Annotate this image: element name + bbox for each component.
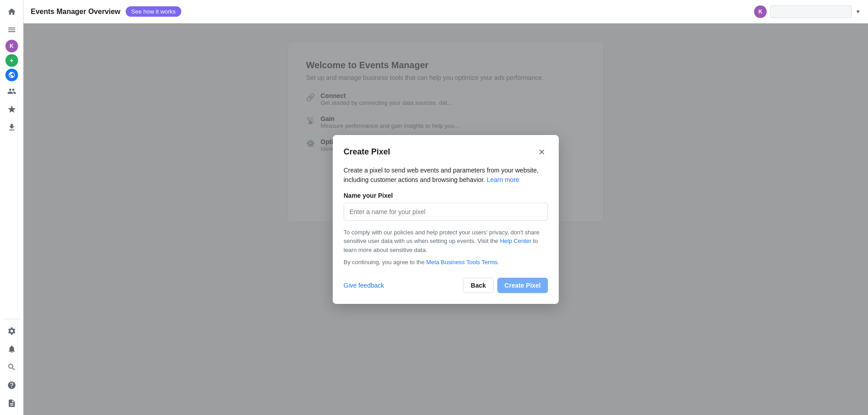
modal-actions: Back Create Pixel	[463, 278, 548, 293]
sidebar-item-menu[interactable]	[4, 22, 20, 38]
topbar-avatar[interactable]: K	[754, 5, 767, 18]
sidebar-item-home[interactable]	[4, 4, 20, 20]
learn-more-link[interactable]: Learn more	[487, 176, 519, 183]
page-title: Events Manager Overview	[31, 8, 120, 16]
sidebar-add-button[interactable]: +	[5, 54, 18, 67]
sidebar-item-download[interactable]	[4, 119, 20, 135]
give-feedback-link[interactable]: Give feedback	[344, 282, 384, 289]
back-button[interactable]: Back	[463, 278, 493, 293]
sidebar-item-people[interactable]	[4, 83, 20, 99]
sidebar-item-star[interactable]	[4, 101, 20, 117]
topbar: Events Manager Overview See how it works…	[24, 0, 868, 23]
modal-agree-text: By continuing, you agree to the Meta Bus…	[344, 258, 548, 267]
sidebar-item-help[interactable]	[4, 377, 20, 393]
modal-close-button[interactable]: ✕	[535, 146, 548, 159]
modal-title: Create Pixel	[344, 147, 390, 157]
sidebar-globe[interactable]	[5, 69, 18, 81]
modal-description: Create a pixel to send web events and pa…	[344, 166, 548, 185]
sidebar-item-settings[interactable]	[4, 323, 20, 339]
sidebar-item-search[interactable]	[4, 359, 20, 375]
sidebar-item-document[interactable]	[4, 395, 20, 411]
help-center-link[interactable]: Help Center	[500, 238, 531, 244]
see-how-it-works-button[interactable]: See how it works	[126, 6, 181, 17]
modal-policy-text: To comply with our policies and help pro…	[344, 228, 548, 255]
sidebar: K +	[0, 0, 24, 415]
modal-footer: Give feedback Back Create Pixel	[344, 278, 548, 293]
pixel-name-input[interactable]	[344, 203, 548, 221]
sidebar-bottom	[4, 317, 20, 411]
modal-overlay: Create Pixel ✕ Create a pixel to send we…	[24, 23, 868, 415]
topbar-chevron-icon[interactable]: ▼	[855, 9, 861, 15]
topbar-search-input[interactable]	[770, 5, 852, 18]
create-pixel-button[interactable]: Create Pixel	[497, 278, 548, 293]
sidebar-item-notifications[interactable]	[4, 341, 20, 357]
main-area: Events Manager Overview See how it works…	[24, 0, 868, 415]
create-pixel-modal: Create Pixel ✕ Create a pixel to send we…	[333, 135, 559, 304]
topbar-right: K ▼	[754, 5, 861, 18]
modal-header: Create Pixel ✕	[344, 146, 548, 159]
sidebar-avatar[interactable]: K	[5, 40, 18, 52]
sidebar-divider	[4, 319, 20, 319]
content-area: Welcome to Events Manager Set up and man…	[24, 23, 868, 415]
terms-link[interactable]: Meta Business Tools Terms.	[426, 259, 499, 266]
pixel-name-label: Name your Pixel	[344, 192, 548, 199]
